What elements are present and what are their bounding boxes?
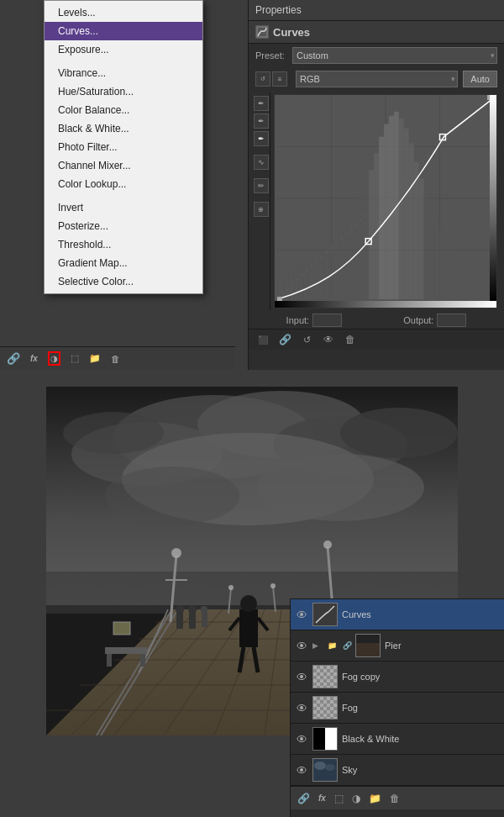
curves-options-btn[interactable]: ≡: [272, 71, 287, 87]
delete-icon[interactable]: 🗑: [343, 332, 358, 347]
layer-row-black-white[interactable]: Black & White: [291, 724, 504, 755]
output-label: Output:: [403, 315, 433, 325]
reset-curves-btn[interactable]: ↺: [255, 71, 270, 87]
layer-visibility-fog-copy[interactable]: [295, 670, 308, 683]
menu-item-black-white[interactable]: Black & White...: [45, 119, 202, 138]
svg-rect-22: [354, 203, 359, 299]
layer-toolbar: 🔗 fx ◑ ⬚ 📁 🗑: [0, 346, 235, 370]
menu-item-color-lookup[interactable]: Color Lookup...: [45, 175, 202, 193]
layer-chain-pier[interactable]: 🔗: [343, 641, 351, 650]
link-layers-icon[interactable]: 🔗: [7, 352, 20, 365]
clip-shadows-icon[interactable]: ⬛: [255, 332, 270, 347]
layer-name-fog: Fog: [342, 703, 500, 713]
svg-rect-42: [454, 254, 459, 300]
menu-item-invert[interactable]: Invert: [45, 198, 202, 217]
svg-point-121: [300, 675, 303, 678]
add-adjustment-icon[interactable]: ◑: [48, 351, 60, 366]
svg-rect-40: [444, 240, 449, 299]
svg-rect-18: [333, 235, 339, 299]
layers-bottom-bar: 🔗 fx ⬚ ◑ 📁 🗑: [291, 786, 504, 809]
curves-tools-sidebar: ✒ ✒ ✒ ∿ ✏ ⊕: [252, 92, 270, 310]
preset-select[interactable]: Custom: [292, 47, 497, 64]
svg-point-93: [228, 585, 234, 590]
pencil-tool[interactable]: ✏: [254, 178, 269, 193]
layer-visibility-fog[interactable]: [295, 701, 308, 714]
menu-item-hue-saturation[interactable]: Hue/Saturation...: [45, 82, 202, 101]
eyedropper-white-tool[interactable]: ✒: [254, 131, 269, 146]
input-output-row: Input: Output:: [249, 312, 504, 329]
channel-select[interactable]: RGB: [296, 71, 458, 87]
layer-name-sky: Sky: [342, 765, 500, 775]
target-tool[interactable]: ⊕: [254, 202, 269, 217]
layer-visibility-sky[interactable]: [295, 763, 308, 777]
curves-graph[interactable]: [274, 94, 497, 308]
curves-title-bar: Curves: [249, 21, 504, 44]
svg-rect-13: [309, 258, 314, 299]
layer-name-curves: Curves: [342, 609, 500, 619]
layer-visibility-black-white[interactable]: [295, 732, 308, 746]
svg-rect-110: [105, 647, 147, 654]
output-value[interactable]: [437, 314, 466, 327]
menu-item-exposure[interactable]: Exposure...: [45, 40, 202, 59]
delete-layer-icon[interactable]: 🗑: [111, 354, 120, 364]
fx-icon[interactable]: fx: [30, 354, 38, 363]
folder-icon: 📁: [325, 641, 339, 650]
layer-folder-icon[interactable]: 📁: [369, 793, 381, 804]
svg-rect-36: [424, 193, 429, 299]
menu-item-gradient-map[interactable]: Gradient Map...: [45, 254, 202, 272]
menu-item-color-balance[interactable]: Color Balance...: [45, 101, 202, 119]
svg-rect-41: [449, 248, 454, 300]
menu-item-threshold[interactable]: Threshold...: [45, 235, 202, 254]
layer-row-curves[interactable]: Curves: [291, 599, 504, 630]
svg-rect-43: [459, 258, 464, 299]
reset-icon[interactable]: ↺: [299, 332, 314, 347]
layer-adjustment-icon[interactable]: ◑: [352, 793, 360, 804]
layer-row-fog[interactable]: Fog: [291, 693, 504, 724]
link-icon[interactable]: 🔗: [277, 332, 292, 347]
svg-point-103: [176, 605, 184, 614]
menu-item-posterize[interactable]: Posterize...: [45, 217, 202, 235]
auto-button[interactable]: Auto: [463, 71, 497, 87]
layer-visibility-pier[interactable]: [295, 639, 308, 652]
svg-point-105: [188, 605, 197, 614]
visibility-icon[interactable]: 👁: [321, 332, 336, 347]
layer-fx-icon[interactable]: fx: [318, 793, 326, 803]
svg-rect-113: [113, 622, 130, 635]
eyedropper-black-tool[interactable]: ✒: [254, 96, 269, 111]
curves-adjustment-icon: [255, 25, 269, 39]
layer-delete-icon[interactable]: 🗑: [390, 793, 400, 804]
svg-rect-21: [349, 213, 354, 299]
curves-graph-area: ✒ ✒ ✒ ∿ ✏ ⊕: [249, 91, 504, 312]
new-group-icon[interactable]: 📁: [89, 353, 101, 364]
svg-point-61: [63, 412, 164, 454]
smooth-curve-tool[interactable]: ∿: [254, 155, 269, 170]
input-value[interactable]: [312, 314, 342, 327]
eyedropper-gray-tool[interactable]: ✒: [254, 113, 269, 129]
svg-rect-119: [356, 643, 380, 656]
layer-row-pier[interactable]: ▶ 📁 🔗 Pier: [291, 630, 504, 662]
svg-rect-47: [479, 274, 484, 299]
svg-point-107: [201, 606, 207, 613]
layer-row-fog-copy[interactable]: Fog copy: [291, 662, 504, 693]
svg-rect-44: [464, 261, 469, 299]
menu-item-levels[interactable]: Levels...: [45, 3, 202, 22]
add-mask-icon[interactable]: ⬚: [71, 353, 79, 364]
menu-item-vibrance[interactable]: Vibrance...: [45, 64, 202, 82]
properties-title: Properties: [255, 4, 302, 16]
top-section: 思客设计论坛 www.missyuan.com Levels... Curves…: [0, 0, 504, 370]
layer-visibility-curves[interactable]: [295, 608, 308, 621]
layer-mask-icon[interactable]: ⬚: [334, 793, 344, 804]
layer-row-sky[interactable]: Sky: [291, 755, 504, 786]
menu-item-selective-color[interactable]: Selective Color...: [45, 272, 202, 291]
menu-item-curves[interactable]: Curves...: [45, 22, 202, 40]
bottom-section: Curves ▶ 📁 🔗 Pier Fog copy: [0, 370, 504, 817]
menu-item-photo-filter[interactable]: Photo Filter...: [45, 138, 202, 156]
svg-rect-7: [277, 278, 284, 299]
svg-rect-45: [469, 266, 474, 299]
layer-expand-pier[interactable]: ▶: [312, 641, 321, 650]
layer-link-icon[interactable]: 🔗: [297, 793, 310, 804]
svg-rect-111: [107, 654, 112, 667]
svg-point-91: [323, 540, 332, 549]
svg-rect-104: [189, 612, 196, 629]
menu-item-channel-mixer[interactable]: Channel Mixer...: [45, 156, 202, 175]
